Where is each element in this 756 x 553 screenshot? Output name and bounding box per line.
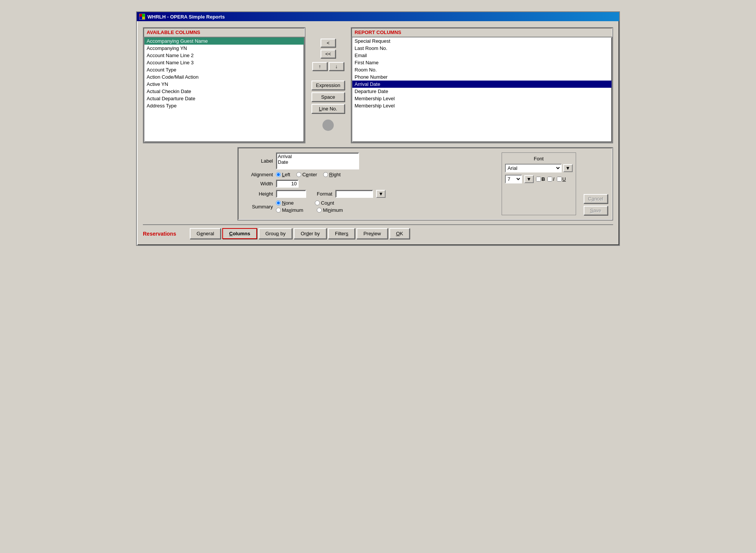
underline-label: U: [562, 176, 566, 182]
summary-none-label: None: [282, 200, 294, 206]
list-item[interactable]: Departure Date: [352, 88, 612, 95]
list-item[interactable]: Account Name Line 2: [144, 52, 304, 59]
alignment-center-option[interactable]: Center: [296, 172, 317, 177]
font-name-select[interactable]: Arial: [505, 164, 562, 172]
list-item[interactable]: Account Type: [144, 66, 304, 73]
summary-minimum-radio[interactable]: [317, 208, 322, 213]
alignment-left-option[interactable]: Left: [276, 172, 290, 177]
reservations-label: Reservations: [143, 231, 188, 237]
summary-maximum-label: Maximum: [282, 207, 303, 213]
label-input[interactable]: Arrival Date: [276, 152, 359, 169]
tab-ok[interactable]: OK: [389, 228, 410, 239]
list-item[interactable]: Action Code/Mail Action: [144, 73, 304, 81]
list-item[interactable]: Membership Level: [352, 95, 612, 102]
height-input[interactable]: [276, 190, 306, 198]
available-columns-list[interactable]: Accompanying Guest Name Accompanying YN …: [144, 37, 305, 143]
underline-checkbox-label[interactable]: U: [557, 176, 566, 182]
list-item[interactable]: First Name: [352, 59, 612, 66]
italic-checkbox-label[interactable]: I: [547, 176, 555, 182]
summary-count-radio[interactable]: [315, 200, 320, 205]
top-section: AVAILABLE COLUMNS Accompanying Guest Nam…: [143, 27, 613, 143]
available-columns-header: AVAILABLE COLUMNS: [144, 28, 305, 37]
font-size-dropdown-button[interactable]: ▼: [524, 175, 534, 183]
summary-none-option[interactable]: None: [276, 200, 294, 206]
summary-none-radio[interactable]: [276, 200, 281, 205]
add-column-button[interactable]: <: [321, 39, 336, 47]
tab-filters[interactable]: Filters: [328, 228, 355, 239]
width-row: Width: [243, 180, 494, 188]
bottom-tabs-section: Reservations General Columns Group by Or…: [143, 224, 613, 239]
window-body: AVAILABLE COLUMNS Accompanying Guest Nam…: [137, 21, 619, 245]
alignment-row: Alignment Left Center Right: [243, 172, 494, 177]
summary-minimum-option[interactable]: Minimum: [317, 207, 343, 213]
font-size-select[interactable]: 7 8 9 10: [505, 175, 522, 183]
svg-rect-1: [142, 14, 145, 17]
list-item[interactable]: Actual Departure Date: [144, 95, 304, 102]
tab-filters-label: Filters: [335, 231, 348, 236]
list-item[interactable]: Active YN: [144, 81, 304, 88]
report-columns-list[interactable]: Special Request Last Room No. Email Firs…: [352, 37, 612, 143]
tab-general[interactable]: General: [190, 228, 221, 239]
right-section: Font Arial ▼ 7 8 9 10: [502, 152, 608, 215]
space-button[interactable]: Space: [311, 92, 345, 102]
format-dropdown-button[interactable]: ▼: [376, 190, 386, 198]
alignment-right-option[interactable]: Right: [323, 172, 341, 177]
cancel-label: Cancel: [588, 196, 603, 202]
expression-button[interactable]: Expression: [311, 81, 345, 90]
main-window: WHRLH - OPERA Simple Reports AVAILABLE C…: [136, 11, 620, 246]
summary-label: Summary: [243, 204, 273, 210]
action-buttons: Cancel Save: [580, 152, 608, 215]
form-left: Label Arrival Date Alignment Left Center: [243, 152, 494, 215]
line-no-label: Line No.: [319, 106, 337, 112]
window-title: WHRLH - OPERA Simple Reports: [147, 14, 225, 20]
report-columns-header: REPORT COLUMNS: [352, 28, 612, 37]
summary-minimum-label: Minimum: [323, 207, 343, 213]
alignment-right-radio[interactable]: [323, 172, 328, 177]
alignment-center-radio[interactable]: [296, 172, 301, 177]
width-input[interactable]: [276, 180, 299, 188]
tab-group-by[interactable]: Group by: [259, 228, 292, 239]
font-name-dropdown-button[interactable]: ▼: [563, 164, 573, 172]
list-item[interactable]: Email: [352, 52, 612, 59]
list-item[interactable]: Address Type: [144, 102, 304, 109]
list-item[interactable]: Account Name Line 3: [144, 59, 304, 66]
line-no-button[interactable]: Line No.: [311, 104, 345, 113]
list-item[interactable]: Special Request: [352, 37, 612, 45]
list-item[interactable]: Arrival Date: [352, 81, 612, 88]
list-item[interactable]: Phone Number: [352, 73, 612, 81]
tab-order-by[interactable]: Order by: [294, 228, 327, 239]
alignment-label: Alignment: [243, 172, 273, 177]
svg-rect-3: [142, 17, 145, 19]
summary-maximum-option[interactable]: Maximum: [276, 207, 303, 213]
list-item[interactable]: Actual Checkin Date: [144, 88, 304, 95]
add-all-columns-button[interactable]: <<: [321, 50, 336, 58]
cancel-button[interactable]: Cancel: [584, 194, 608, 203]
format-label: Format: [317, 191, 332, 197]
tab-columns[interactable]: Columns: [222, 228, 257, 239]
arrow-row: ↑ ↓: [312, 62, 344, 71]
alignment-left-label: Left: [282, 172, 290, 177]
tab-preview[interactable]: Preview: [356, 228, 387, 239]
title-bar: WHRLH - OPERA Simple Reports: [137, 12, 619, 21]
bold-checkbox[interactable]: [536, 177, 541, 182]
alignment-left-radio[interactable]: [276, 172, 281, 177]
move-up-button[interactable]: ↑: [312, 62, 327, 71]
available-columns-panel: AVAILABLE COLUMNS Accompanying Guest Nam…: [143, 27, 305, 143]
format-input[interactable]: [335, 190, 373, 198]
save-button[interactable]: Save: [584, 206, 608, 215]
font-section-label: Font: [505, 156, 573, 162]
summary-maximum-radio[interactable]: [276, 208, 281, 213]
list-item[interactable]: Accompanying Guest Name: [144, 37, 304, 45]
underline-checkbox[interactable]: [557, 177, 562, 182]
list-item[interactable]: Membership Level: [352, 102, 612, 109]
save-label: Save: [590, 208, 601, 213]
summary-count-option[interactable]: Count: [315, 200, 334, 206]
list-item[interactable]: Room No.: [352, 66, 612, 73]
italic-checkbox[interactable]: [547, 177, 552, 182]
list-item[interactable]: Accompanying YN: [144, 45, 304, 52]
bold-checkbox-label[interactable]: B: [536, 176, 545, 182]
move-down-button[interactable]: ↓: [329, 62, 344, 71]
list-item[interactable]: Last Room No.: [352, 45, 612, 52]
tab-preview-label: Preview: [363, 231, 381, 236]
tab-group-by-label: Group by: [265, 231, 285, 236]
